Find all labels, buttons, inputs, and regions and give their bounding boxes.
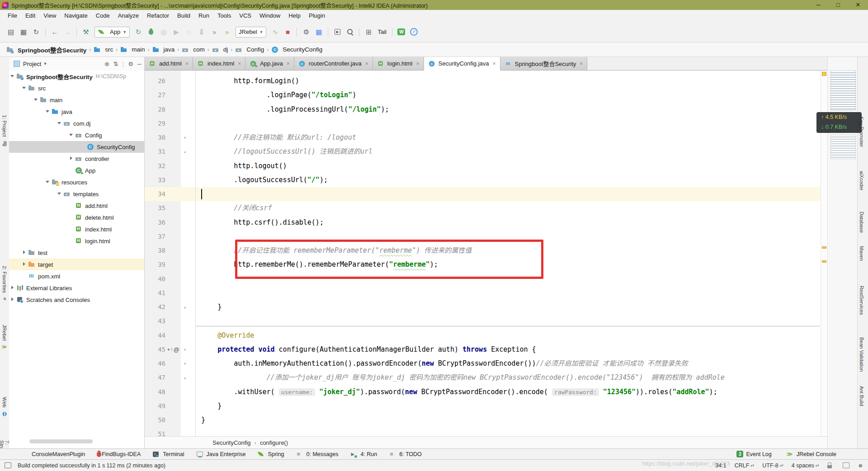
code-line[interactable]: 49 }: [145, 399, 827, 413]
tree-item-resources[interactable]: resources: [9, 176, 144, 188]
code-line[interactable]: 41: [145, 286, 827, 300]
stripe-button-Maven[interactable]: Maven: [859, 246, 864, 261]
tree-item-test[interactable]: test: [9, 247, 144, 259]
check-icon[interactable]: ✓: [408, 27, 420, 38]
fold-marker-icon[interactable]: ▴: [184, 145, 187, 159]
menu-item-navigate[interactable]: Navigate: [60, 10, 91, 22]
code-line[interactable]: 50}: [145, 413, 827, 427]
code-line[interactable]: 35 //关闭csrf: [145, 201, 827, 215]
menu-item-vcs[interactable]: VCS: [235, 10, 255, 22]
open-icon[interactable]: ▤: [5, 27, 17, 38]
breadcrumb-item-src[interactable]: src: [94, 46, 113, 53]
tree-chevron-icon[interactable]: [68, 132, 75, 139]
toolwindow-button-Event Log[interactable]: 2Event Log: [736, 451, 771, 457]
run-config-select[interactable]: App▼: [94, 27, 130, 38]
minimize-button[interactable]: ─: [808, 0, 828, 10]
override-method-icon[interactable]: ●: [167, 343, 170, 357]
menu-item-file[interactable]: File: [4, 10, 21, 22]
tree-item-delete.html[interactable]: delete.html: [9, 212, 144, 223]
code-line[interactable]: 48 .withUser( username: "joker_dj").pass…: [145, 385, 827, 399]
code-line[interactable]: 34: [145, 187, 827, 201]
stop-icon[interactable]: ■: [282, 27, 293, 38]
breadcrumb-item-Springboot整合Security[interactable]: Springboot整合Security: [6, 45, 86, 54]
code-line[interactable]: 31▴ //logoutSuccessUrl() 注销后跳进的url: [145, 145, 827, 159]
tree-item-External Libraries[interactable]: External Libraries: [9, 282, 144, 294]
menu-item-help[interactable]: Help: [284, 10, 305, 22]
tree-chevron-icon[interactable]: [56, 120, 63, 127]
tree-item-index.html[interactable]: index.html: [9, 223, 144, 235]
code-line[interactable]: 47▴ //添加一个joker_dj用户 账号为joker_dj 密码为加密的密…: [145, 371, 827, 385]
project-structure-icon[interactable]: ▦: [313, 27, 325, 38]
code-line[interactable]: 29: [145, 117, 827, 131]
menu-item-refactor[interactable]: Refactor: [143, 10, 173, 22]
tree-item-controller[interactable]: controller: [9, 153, 144, 165]
tree-chevron-icon[interactable]: [21, 261, 28, 268]
stripe-button-Database[interactable]: Database: [859, 212, 864, 233]
tab-add.html[interactable]: add.html×: [145, 57, 193, 70]
tool-window-toggle-icon[interactable]: [5, 462, 11, 468]
project-panel-title[interactable]: Project: [23, 61, 41, 67]
stripe-button-Bean Validation[interactable]: Bean Validation: [859, 337, 864, 372]
tree-item-src[interactable]: src: [9, 82, 144, 94]
tree-item-templates[interactable]: templates: [9, 188, 144, 200]
close-button[interactable]: ✕: [848, 0, 868, 10]
run-window-icon[interactable]: ▶: [331, 27, 343, 38]
sync-icon[interactable]: ↻: [30, 27, 42, 38]
code-line[interactable]: 33 .logoutSuccessUrl("/");: [145, 173, 827, 187]
tab-close-icon[interactable]: ×: [287, 61, 290, 67]
fold-marker-icon[interactable]: ▾: [184, 131, 187, 145]
tree-chevron-icon[interactable]: [21, 249, 28, 256]
breadcrumb-item-com[interactable]: com: [182, 46, 205, 53]
tree-chevron-icon[interactable]: [33, 96, 40, 104]
breadcrumb-item-dj[interactable]: dj: [212, 46, 228, 53]
tree-item-add.html[interactable]: add.html: [9, 200, 144, 212]
tree-item-Springboot整合Security[interactable]: Springboot整合SecurityH:\CSDN\Sp: [9, 71, 144, 82]
fold-marker-icon[interactable]: ▴: [184, 300, 187, 314]
code-editor[interactable]: 26 http.formLogin()27 .loginPage("/toLog…: [145, 71, 827, 436]
tree-chevron-icon[interactable]: [44, 108, 52, 115]
menu-item-analyze[interactable]: Analyze: [114, 10, 143, 22]
tree-chevron-icon[interactable]: [44, 179, 52, 186]
tab-App.java[interactable]: App.java×: [245, 57, 294, 70]
code-line[interactable]: 27 .loginPage("/toLogin"): [145, 88, 827, 102]
code-line[interactable]: 28 .loginProcessingUrl("/login");: [145, 103, 827, 117]
update-app-icon[interactable]: ⇩: [196, 27, 208, 38]
menu-item-window[interactable]: Window: [255, 10, 284, 22]
menu-item-build[interactable]: Build: [173, 10, 194, 22]
toolwindow-button-Terminal[interactable]: Terminal: [152, 451, 184, 458]
toolwindow-button-FindBugs-IDEA[interactable]: FindBugs-IDEA: [97, 451, 141, 457]
tab-SecurityConfig.java[interactable]: SecurityConfig.java×: [424, 57, 500, 71]
code-line[interactable]: 45▾●↑@ protected void configure(Authenti…: [145, 343, 827, 357]
tab-routerController.java[interactable]: routerController.java×: [294, 57, 373, 70]
tree-item-com.dj[interactable]: com.dj: [9, 118, 144, 129]
fold-marker-icon[interactable]: ▾: [184, 357, 187, 371]
breadcrumb-item-Config[interactable]: Config: [235, 46, 264, 53]
breadcrumb-item-main[interactable]: main: [120, 46, 145, 53]
tree-chevron-icon[interactable]: [21, 85, 28, 92]
stripe-button-JRebel[interactable]: JRebel: [0, 325, 9, 352]
monitor-icon[interactable]: W: [396, 27, 407, 38]
stripe-button-1: Project[interactable]: 1: Project: [0, 115, 9, 148]
coverage-icon[interactable]: ◎: [158, 27, 170, 38]
toolwindow-button-ConsoleMavenPlugin[interactable]: ConsoleMavenPlugin: [32, 451, 85, 457]
menu-item-run[interactable]: Run: [194, 10, 213, 22]
tab-close-icon[interactable]: ×: [493, 61, 496, 67]
breadcrumb-item-java[interactable]: java: [152, 46, 175, 53]
breadcrumb-item-SecurityConfig[interactable]: SecurityConfig: [271, 46, 322, 53]
rerun-icon[interactable]: ↻: [132, 27, 144, 38]
tab-close-icon[interactable]: ×: [580, 61, 583, 67]
layout-icon[interactable]: ⊞: [363, 27, 374, 38]
settings-gear-icon[interactable]: ⚙: [128, 61, 133, 67]
menu-item-plugin[interactable]: Plugin: [305, 10, 329, 22]
stripe-button-Ant Build[interactable]: Ant Build: [859, 386, 864, 406]
locate-icon[interactable]: ⊕: [104, 61, 109, 67]
tab-login.html[interactable]: login.html×: [373, 57, 424, 70]
tab-close-icon[interactable]: ×: [185, 61, 189, 67]
menu-item-view[interactable]: View: [39, 10, 60, 22]
tree-item-Scratches and Consoles[interactable]: Scratches and Consoles: [9, 294, 144, 306]
build-hammer-icon[interactable]: ⚒: [80, 27, 92, 38]
jrebel-run-icon[interactable]: »: [208, 27, 220, 38]
stripe-button-2: Favorites[interactable]: 2: Favorites: [0, 266, 9, 304]
tree-item-pom.xml[interactable]: pom.xml: [9, 270, 144, 282]
tree-chevron-icon[interactable]: [56, 190, 63, 198]
